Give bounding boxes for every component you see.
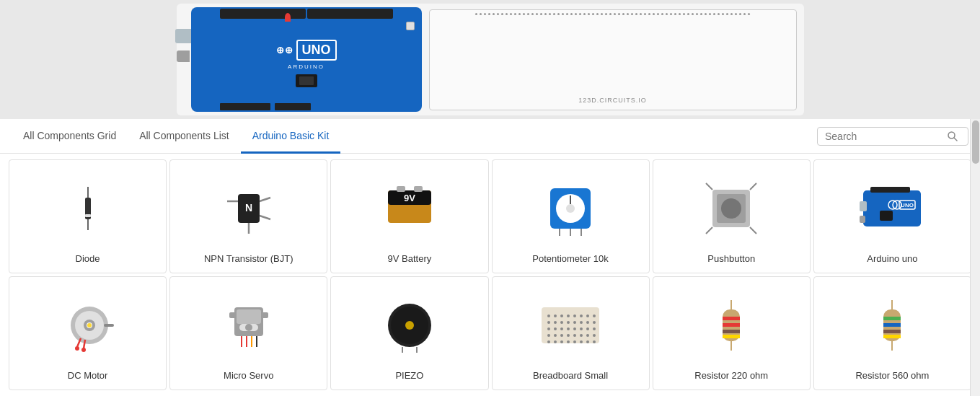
svg-rect-65 bbox=[542, 307, 599, 343]
component-card-dc-motor[interactable]: DC Motor bbox=[9, 276, 167, 390]
breadboard-small-icon bbox=[498, 286, 643, 364]
component-card-arduino-uno[interactable]: UNO Arduino uno bbox=[813, 159, 971, 273]
svg-point-97 bbox=[593, 334, 596, 337]
svg-text:9V: 9V bbox=[404, 193, 415, 203]
piezo-icon bbox=[337, 286, 482, 364]
potentiometer-icon bbox=[498, 169, 643, 247]
svg-point-99 bbox=[554, 340, 557, 343]
svg-line-30 bbox=[750, 227, 756, 234]
scrollbar-thumb[interactable] bbox=[972, 120, 979, 164]
component-card-diode[interactable]: Diode bbox=[9, 159, 167, 273]
svg-rect-116 bbox=[883, 317, 901, 320]
component-card-potentiometer[interactable]: Potentiometer 10k bbox=[492, 159, 650, 273]
npn-transistor-icon: N bbox=[176, 169, 321, 247]
svg-rect-111 bbox=[723, 330, 740, 333]
diode-icon bbox=[15, 169, 160, 247]
scrollbar[interactable] bbox=[970, 119, 980, 396]
svg-line-28 bbox=[750, 183, 756, 190]
svg-line-27 bbox=[706, 183, 712, 190]
component-card-resistor-560[interactable]: Resistor 560 ohm bbox=[813, 276, 971, 390]
9v-battery-label: 9V Battery bbox=[388, 253, 432, 265]
svg-point-85 bbox=[567, 327, 570, 330]
resistor-560-icon bbox=[820, 286, 965, 364]
breadboard-label: 123D.CIRCUITS.IO bbox=[578, 97, 647, 104]
component-card-resistor-220[interactable]: Resistor 220 ohm bbox=[653, 276, 811, 390]
9v-battery-icon: 9V bbox=[337, 169, 482, 247]
svg-point-47 bbox=[81, 348, 86, 352]
component-card-9v-battery[interactable]: 9V 9V Battery bbox=[330, 159, 488, 273]
svg-point-70 bbox=[573, 314, 576, 317]
svg-rect-43 bbox=[104, 324, 114, 327]
svg-point-77 bbox=[567, 321, 570, 324]
breadboard-small-label: Breadboard Small bbox=[533, 370, 608, 382]
circuit-canvas: ⊕⊕ UNO ARDUINO bbox=[177, 4, 804, 115]
svg-line-10 bbox=[260, 198, 270, 201]
svg-rect-5 bbox=[85, 214, 91, 217]
svg-rect-118 bbox=[883, 330, 901, 333]
dc-motor-icon bbox=[15, 286, 160, 364]
svg-rect-54 bbox=[229, 312, 237, 318]
component-card-breadboard-small[interactable]: Breadboard Small bbox=[492, 276, 650, 390]
svg-point-62 bbox=[405, 321, 414, 330]
svg-point-82 bbox=[547, 327, 550, 330]
svg-rect-31 bbox=[863, 190, 921, 226]
svg-text:N: N bbox=[245, 202, 252, 214]
tab-all-components-list[interactable]: All Components List bbox=[128, 120, 241, 154]
svg-point-92 bbox=[560, 334, 563, 337]
svg-point-19 bbox=[566, 204, 575, 213]
breadboard: 123D.CIRCUITS.IO bbox=[429, 9, 797, 110]
arduino-uno-label: Arduino uno bbox=[867, 253, 917, 265]
svg-point-26 bbox=[721, 198, 741, 219]
svg-line-1 bbox=[954, 138, 957, 141]
svg-point-75 bbox=[554, 321, 557, 324]
search-input[interactable] bbox=[825, 131, 948, 142]
svg-point-67 bbox=[554, 314, 557, 317]
svg-point-53 bbox=[245, 324, 252, 331]
svg-point-71 bbox=[580, 314, 583, 317]
svg-point-69 bbox=[567, 314, 570, 317]
resistor-220-label: Resistor 220 ohm bbox=[694, 370, 768, 382]
piezo-label: PIEZO bbox=[395, 370, 423, 382]
arduino-uno-label: UNO bbox=[296, 40, 337, 61]
svg-point-88 bbox=[586, 327, 589, 330]
component-card-pushbutton[interactable]: Pushbutton bbox=[653, 159, 811, 273]
svg-text:UNO: UNO bbox=[901, 202, 914, 208]
nav-tabs: All Components Grid All Components List … bbox=[12, 119, 817, 153]
svg-line-29 bbox=[706, 227, 712, 234]
svg-point-72 bbox=[586, 314, 589, 317]
svg-rect-51 bbox=[237, 309, 261, 324]
svg-line-11 bbox=[260, 216, 270, 219]
svg-rect-117 bbox=[883, 323, 901, 327]
svg-rect-119 bbox=[883, 335, 901, 338]
arduino-uno-icon: UNO bbox=[820, 169, 965, 247]
svg-point-93 bbox=[567, 334, 570, 337]
svg-point-89 bbox=[593, 327, 596, 330]
svg-point-100 bbox=[560, 340, 563, 343]
diode-label: Diode bbox=[76, 253, 100, 265]
tab-arduino-basic-kit[interactable]: Arduino Basic Kit bbox=[241, 120, 341, 154]
svg-point-90 bbox=[547, 334, 550, 337]
component-card-npn-transistor[interactable]: N NPN Transistor (BJT) bbox=[169, 159, 327, 273]
svg-point-74 bbox=[547, 321, 550, 324]
svg-rect-15 bbox=[397, 186, 405, 192]
svg-point-105 bbox=[593, 340, 596, 343]
micro-servo-label: Micro Servo bbox=[224, 370, 273, 382]
svg-point-98 bbox=[547, 340, 550, 343]
svg-point-76 bbox=[560, 321, 563, 324]
tab-all-components-grid[interactable]: All Components Grid bbox=[12, 120, 128, 154]
svg-rect-16 bbox=[414, 186, 423, 192]
svg-rect-37 bbox=[880, 211, 893, 221]
svg-rect-55 bbox=[261, 312, 268, 318]
npn-transistor-label: NPN Transistor (BJT) bbox=[204, 253, 293, 265]
potentiometer-label: Potentiometer 10k bbox=[532, 253, 609, 265]
resistor-220-icon bbox=[659, 286, 804, 364]
svg-rect-109 bbox=[723, 317, 740, 320]
component-card-micro-servo[interactable]: Micro Servo bbox=[169, 276, 327, 390]
micro-servo-icon bbox=[176, 286, 321, 364]
svg-point-49 bbox=[87, 323, 92, 327]
svg-rect-38 bbox=[860, 201, 867, 211]
svg-point-86 bbox=[573, 327, 576, 330]
svg-point-102 bbox=[573, 340, 576, 343]
svg-rect-32 bbox=[870, 187, 910, 193]
component-card-piezo[interactable]: PIEZO bbox=[330, 276, 488, 390]
